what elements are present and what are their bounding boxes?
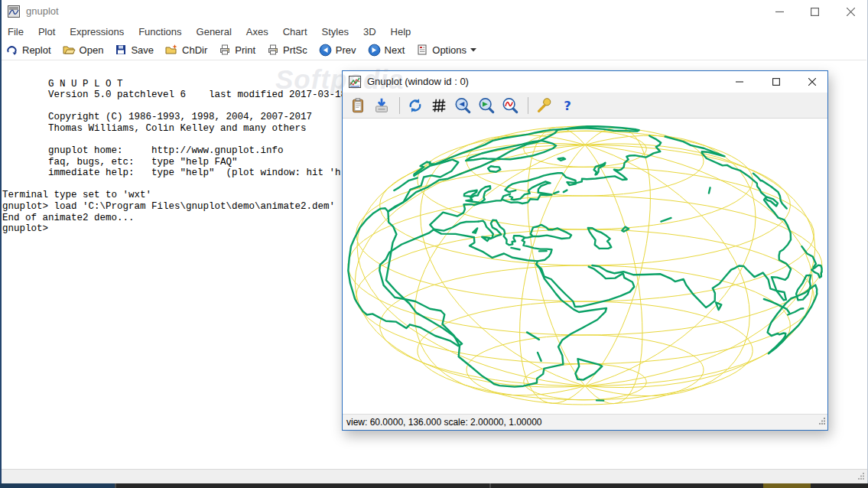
grid-toggle-button[interactable] bbox=[428, 95, 450, 116]
prtsc-button[interactable]: PrtSc bbox=[262, 42, 312, 57]
zoom-next-icon bbox=[478, 97, 495, 114]
toolbar-separator bbox=[399, 97, 400, 114]
open-folder-icon bbox=[63, 44, 76, 56]
replot-arrow-icon bbox=[6, 44, 18, 56]
close-button[interactable] bbox=[833, 0, 868, 23]
prtsc-label: PrtSc bbox=[283, 44, 307, 56]
resize-grip[interactable] bbox=[857, 472, 865, 480]
zoom-previous-icon bbox=[454, 97, 471, 114]
main-statusbar bbox=[0, 469, 868, 484]
prev-circle-icon bbox=[319, 44, 332, 57]
menu-3d[interactable]: 3D bbox=[358, 26, 382, 37]
gnuplot-app-icon bbox=[8, 5, 20, 18]
chdir-label: ChDir bbox=[182, 44, 207, 56]
main-window-title: gnuplot bbox=[26, 0, 59, 23]
menu-styles[interactable]: Styles bbox=[317, 26, 354, 37]
menu-help[interactable]: Help bbox=[385, 26, 417, 37]
close-icon bbox=[847, 8, 855, 16]
menu-general[interactable]: General bbox=[191, 26, 237, 37]
taskbar-segment bbox=[763, 483, 811, 488]
maximize-icon bbox=[811, 8, 819, 16]
main-toolbar: Replot Open Save ChDir bbox=[2, 40, 866, 60]
menu-axes[interactable]: Axes bbox=[241, 26, 274, 37]
plot-toolbar: ? bbox=[343, 93, 827, 119]
taskbar-strip bbox=[0, 483, 868, 488]
menu-bar: File Plot Expressions Functions General … bbox=[2, 23, 866, 40]
chdir-button[interactable]: ChDir bbox=[161, 42, 212, 57]
prev-button[interactable]: Prev bbox=[314, 42, 361, 58]
minimize-icon bbox=[775, 8, 784, 16]
minimize-icon bbox=[736, 78, 743, 86]
replot-refresh-button[interactable] bbox=[405, 95, 426, 116]
chevron-down-icon bbox=[470, 47, 476, 52]
plot-minimize-button[interactable] bbox=[725, 71, 754, 93]
open-button[interactable]: Open bbox=[58, 42, 109, 57]
save-disk-icon bbox=[115, 44, 127, 56]
globe-plot bbox=[343, 119, 827, 414]
menu-plot[interactable]: Plot bbox=[33, 26, 60, 37]
next-label: Next bbox=[385, 44, 405, 56]
zoom-previous-button[interactable] bbox=[452, 95, 473, 116]
save-button[interactable]: Save bbox=[110, 42, 158, 57]
maximize-button[interactable] bbox=[798, 0, 832, 23]
resize-grip[interactable] bbox=[818, 417, 826, 425]
menu-expressions[interactable]: Expressions bbox=[64, 26, 129, 37]
replot-label: Replot bbox=[22, 44, 51, 56]
print-button[interactable]: Print bbox=[214, 42, 260, 57]
print-icon bbox=[219, 44, 231, 56]
options-form-icon bbox=[416, 44, 428, 56]
plot-close-button[interactable] bbox=[797, 71, 827, 93]
svg-text:?: ? bbox=[564, 98, 571, 112]
plot-window-titlebar[interactable]: Gnuplot (window id : 0) bbox=[343, 71, 827, 93]
copy-clipboard-icon bbox=[349, 97, 366, 114]
config-wrench-button[interactable] bbox=[533, 95, 554, 116]
next-circle-icon bbox=[368, 44, 381, 57]
printscreen-icon bbox=[267, 44, 279, 56]
taskbar-segment bbox=[489, 483, 491, 488]
next-button[interactable]: Next bbox=[363, 42, 410, 58]
print-label: Print bbox=[235, 44, 255, 56]
maximize-icon bbox=[772, 78, 780, 86]
save-label: Save bbox=[131, 44, 154, 56]
taskbar-segment bbox=[115, 483, 116, 488]
plot-statusbar: view: 60.0000, 136.000 scale: 2.00000, 1… bbox=[343, 414, 827, 430]
help-icon: ? bbox=[559, 97, 576, 114]
menu-chart[interactable]: Chart bbox=[278, 26, 313, 37]
close-icon bbox=[808, 78, 816, 86]
main-titlebar[interactable]: gnuplot bbox=[0, 0, 868, 23]
toolbar-separator bbox=[528, 97, 528, 114]
plot-maximize-button[interactable] bbox=[762, 71, 791, 93]
plot-window[interactable]: Gnuplot (window id : 0) bbox=[342, 70, 828, 431]
replot-refresh-icon bbox=[407, 97, 424, 114]
options-button[interactable]: Options bbox=[411, 42, 481, 57]
autoscale-button[interactable] bbox=[499, 95, 521, 116]
copy-clipboard-button[interactable] bbox=[347, 95, 369, 116]
options-label: Options bbox=[432, 44, 467, 56]
config-wrench-icon bbox=[535, 97, 552, 114]
export-save-icon bbox=[373, 97, 390, 114]
zoom-next-button[interactable] bbox=[476, 95, 497, 116]
chdir-folder-icon bbox=[165, 44, 178, 56]
menu-file[interactable]: File bbox=[2, 26, 29, 37]
taskbar-segment bbox=[0, 483, 115, 488]
export-save-button[interactable] bbox=[371, 95, 392, 116]
window-border-left bbox=[0, 0, 2, 483]
replot-button[interactable]: Replot bbox=[2, 42, 56, 57]
minimize-button[interactable] bbox=[762, 0, 797, 23]
grid-toggle-icon bbox=[431, 97, 447, 114]
autoscale-icon bbox=[502, 97, 519, 114]
help-button[interactable]: ? bbox=[557, 95, 578, 116]
menu-functions[interactable]: Functions bbox=[133, 26, 187, 37]
open-label: Open bbox=[80, 44, 104, 56]
desktop-screenshot: gnuplot File Plot Expressions Functions … bbox=[0, 0, 868, 488]
plot-canvas[interactable] bbox=[343, 119, 827, 414]
prev-label: Prev bbox=[336, 44, 356, 56]
plot-window-icon bbox=[349, 76, 361, 88]
plot-window-title: Gnuplot (window id : 0) bbox=[367, 71, 469, 93]
